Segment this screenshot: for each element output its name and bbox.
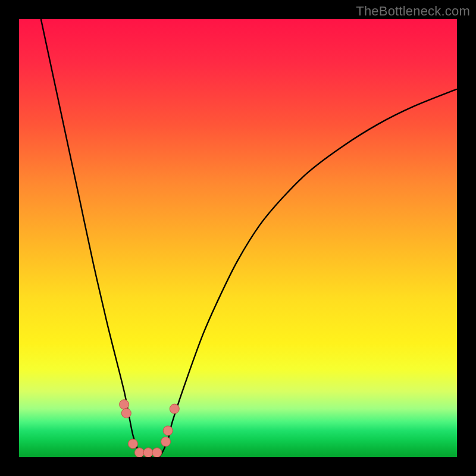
bottleneck-curve bbox=[41, 19, 457, 457]
curve-marker bbox=[143, 448, 153, 457]
curve-marker bbox=[134, 448, 144, 457]
curve-marker bbox=[170, 404, 179, 414]
curve-marker bbox=[152, 448, 162, 457]
curve-marker bbox=[120, 400, 129, 409]
curve-marker bbox=[121, 408, 131, 418]
watermark-text: TheBottleneck.com bbox=[356, 4, 470, 19]
curve-marker bbox=[128, 439, 137, 449]
curve-marker bbox=[161, 437, 171, 446]
chart-overlay bbox=[19, 19, 457, 457]
chart-stage: TheBottleneck.com bbox=[0, 0, 476, 476]
plot-area bbox=[19, 19, 457, 457]
curve-marker bbox=[163, 426, 173, 436]
curve-markers bbox=[120, 400, 180, 457]
